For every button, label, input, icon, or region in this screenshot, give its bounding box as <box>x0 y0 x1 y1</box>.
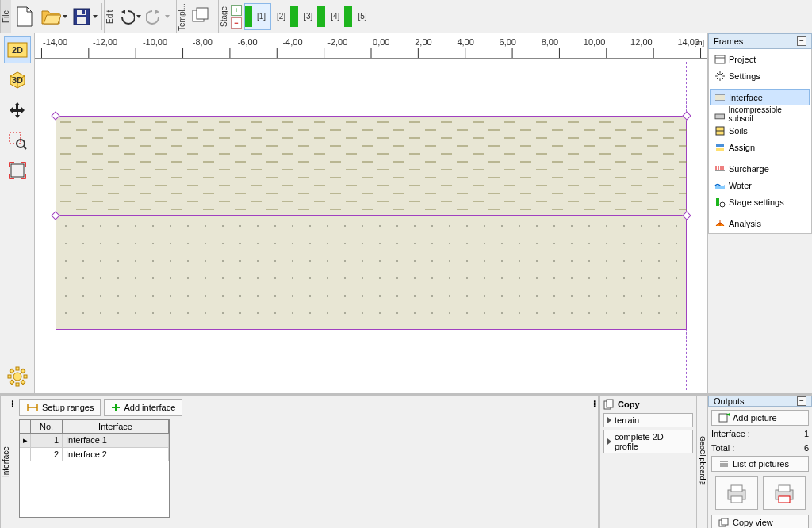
svg-rect-9 <box>10 132 21 143</box>
stage-1-button[interactable]: [1] <box>244 3 271 30</box>
frames-item-soils[interactable]: Soils <box>710 122 810 139</box>
remove-stage-button[interactable]: − <box>231 17 242 29</box>
svg-rect-19 <box>10 380 14 385</box>
open-file-button[interactable] <box>38 3 70 30</box>
soil-layer-2[interactable] <box>56 216 687 330</box>
open-folder-icon <box>40 8 61 25</box>
table-header-no[interactable]: No. <box>31 420 63 433</box>
copy-title: Copy <box>603 399 693 410</box>
ruler-tick: 12,00 <box>630 37 653 47</box>
setup-ranges-button[interactable]: Setup ranges <box>19 399 101 416</box>
frames-item-project[interactable]: Project <box>710 51 810 67</box>
outputs-interface-stat: Interface :1 <box>711 427 809 440</box>
table-row[interactable]: ▸ 1 Interface 1 <box>20 434 169 448</box>
print-button[interactable] <box>715 476 758 510</box>
svg-rect-14 <box>16 383 19 386</box>
subsoil-icon <box>714 109 726 120</box>
outputs-panel: Outputs − + Add picture Interface :1 Tot… <box>707 396 812 528</box>
row-name: Interface 1 <box>63 434 169 447</box>
surcharge-icon <box>714 163 726 174</box>
svg-rect-18 <box>21 369 25 373</box>
stage-1-label: [1] <box>252 12 270 21</box>
svg-rect-3 <box>82 10 85 14</box>
add-stage-button[interactable]: + <box>231 5 242 16</box>
file-tab[interactable]: File <box>0 0 11 33</box>
save-file-button[interactable] <box>70 3 100 30</box>
view-2d-button[interactable]: 2D <box>4 36 31 63</box>
print-color-button[interactable] <box>763 476 806 510</box>
add-picture-label: Add picture <box>733 413 777 423</box>
frames-item-settings[interactable]: Settings <box>710 67 810 84</box>
ruler-tick: -10,00 <box>143 37 167 47</box>
frames-item-subsoil[interactable]: Incompressible subsoil <box>710 105 810 122</box>
edit-tab[interactable]: Edit <box>104 0 115 33</box>
zoom-area-button[interactable] <box>4 127 31 154</box>
collapse-outputs-button[interactable]: − <box>797 396 806 406</box>
add-picture-icon: + <box>718 413 730 423</box>
redo-icon <box>146 8 163 25</box>
3d-cube-icon: 3D <box>7 70 28 90</box>
svg-point-50 <box>720 202 725 207</box>
ruler-tick: -2,00 <box>327 37 347 47</box>
frames-item-label: Stage settings <box>729 197 784 207</box>
stage-3-button[interactable]: [3] <box>299 3 325 30</box>
triangle-right-icon <box>607 417 611 423</box>
table-header-interface[interactable]: Interface <box>63 420 169 433</box>
stage-5-button[interactable]: [5] <box>353 3 371 30</box>
redo-button[interactable] <box>144 3 172 30</box>
drawing-canvas[interactable] <box>35 59 707 393</box>
template-tab[interactable]: Templ... <box>176 0 187 33</box>
svg-rect-53 <box>607 400 613 407</box>
stage-4-button[interactable]: [4] <box>326 3 352 30</box>
template-manager-button[interactable] <box>187 3 214 30</box>
ruler-unit: [m] <box>695 39 705 47</box>
copy-terrain-button[interactable]: terrain <box>603 413 693 427</box>
ruler-tick: -14,00 <box>43 37 67 47</box>
water-icon <box>714 180 726 191</box>
setup-ranges-label: Setup ranges <box>42 403 94 412</box>
collapse-frames-button[interactable]: − <box>797 36 806 46</box>
stage-2-button[interactable]: [2] <box>272 3 298 30</box>
copy-profile-button[interactable]: complete 2D profile <box>603 430 693 453</box>
copy-terrain-label: terrain <box>615 415 639 425</box>
add-picture-button[interactable]: + Add picture <box>711 410 809 426</box>
frames-item-assign[interactable]: Assign <box>710 139 810 155</box>
frames-item-interface[interactable]: Interface <box>710 89 810 105</box>
pan-button[interactable] <box>4 97 31 124</box>
copy-profile-label: complete 2D profile <box>615 432 689 451</box>
svg-rect-61 <box>779 496 790 503</box>
svg-rect-20 <box>21 380 25 385</box>
undo-button[interactable] <box>115 3 144 30</box>
frames-item-water[interactable]: Water <box>710 177 810 193</box>
canvas-area: -14,00 -12,00 -10,00 -8,00 -6,00 -4,00 -… <box>35 33 707 393</box>
settings-gear-button[interactable] <box>4 363 31 390</box>
row-no: 2 <box>31 448 63 461</box>
view-3d-button[interactable]: 3D <box>4 67 31 94</box>
interface-tab[interactable]: Interface <box>0 396 11 528</box>
add-interface-button[interactable]: Add interface <box>104 399 182 416</box>
list-pictures-label: List of pictures <box>733 459 789 469</box>
ruler-tick: 4,00 <box>457 37 473 47</box>
fit-screen-icon <box>8 161 27 180</box>
frames-item-label: Surcharge <box>729 164 769 174</box>
move-icon <box>8 101 27 120</box>
stage-tab[interactable]: Stage <box>218 0 229 33</box>
geoclipboard-tab[interactable]: GeoClipboard™ <box>696 396 707 528</box>
list-pictures-button[interactable]: List of pictures <box>711 456 809 472</box>
soil-layer-1[interactable] <box>56 116 687 216</box>
row-selector-icon: ▸ <box>20 434 31 447</box>
copy-view-button[interactable]: Copy view <box>711 515 809 528</box>
frames-item-surcharge[interactable]: Surcharge <box>710 160 810 177</box>
svg-rect-48 <box>715 186 725 189</box>
gear-icon <box>714 71 726 82</box>
frames-item-stage-settings[interactable]: Stage settings <box>710 193 810 210</box>
zoom-extents-button[interactable] <box>4 157 31 184</box>
new-file-button[interactable] <box>11 3 38 30</box>
svg-rect-16 <box>24 375 27 378</box>
svg-rect-17 <box>10 369 14 373</box>
svg-rect-38 <box>57 117 687 216</box>
frames-item-analysis[interactable]: Analysis <box>710 215 810 231</box>
table-row[interactable]: 2 Interface 2 <box>20 448 169 461</box>
undo-icon <box>117 8 135 25</box>
2d-icon: 2D <box>7 42 28 58</box>
